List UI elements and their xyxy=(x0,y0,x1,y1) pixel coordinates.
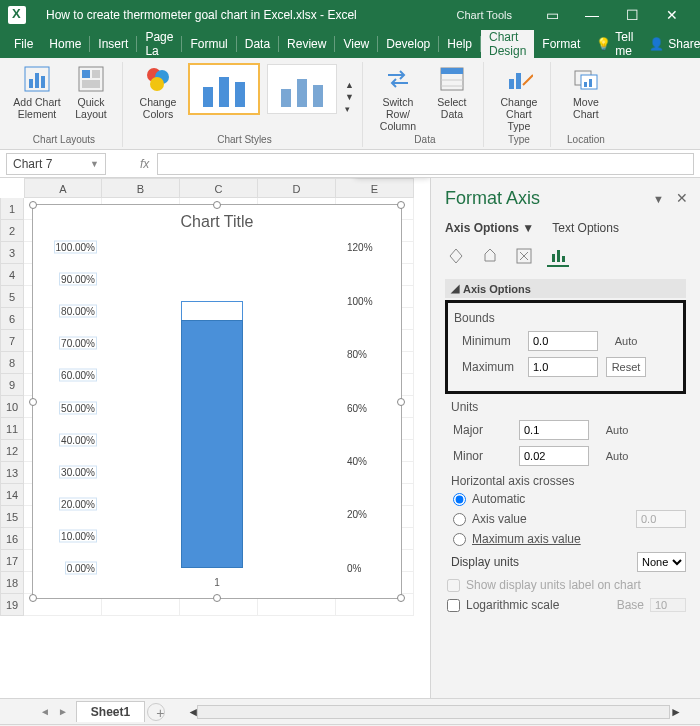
review-tab[interactable]: Review xyxy=(279,30,334,58)
change-colors-button[interactable]: Change Colors xyxy=(133,62,183,132)
formulas-tab[interactable]: Formul xyxy=(182,30,235,58)
actual-series-bar[interactable] xyxy=(181,320,243,568)
minimize-button[interactable]: — xyxy=(572,7,612,23)
help-tab[interactable]: Help xyxy=(439,30,480,58)
units-label: Units xyxy=(451,400,686,414)
tell-me[interactable]: 💡Tell me xyxy=(588,30,641,58)
ribbon: Add Chart Element Quick Layout Chart Lay… xyxy=(0,58,700,150)
row-headers[interactable]: 12345678910111213141516171819 xyxy=(0,198,24,616)
minor-auto: Auto xyxy=(597,450,637,462)
type-group: Type xyxy=(494,132,544,147)
page-layout-tab[interactable]: Page La xyxy=(137,30,181,58)
maximize-button[interactable]: ☐ xyxy=(612,7,652,23)
minor-label: Minor xyxy=(445,449,511,463)
major-input[interactable] xyxy=(519,420,589,440)
embedded-chart[interactable]: Chart Title 100.00% 90.00% 80.00% 70.00%… xyxy=(32,204,402,599)
fx-label[interactable]: fx xyxy=(132,157,157,171)
chart-type-icon xyxy=(505,65,533,93)
add-chart-element-button[interactable]: Add Chart Element xyxy=(12,62,62,132)
chart-styles-group: Chart Styles xyxy=(133,132,356,147)
close-pane-button[interactable]: ✕ xyxy=(676,190,688,206)
format-axis-pane: ✕ ▼ Format Axis Axis Options ▼ Text Opti… xyxy=(430,178,700,698)
close-button[interactable]: ✕ xyxy=(652,7,692,23)
svg-point-10 xyxy=(150,77,164,91)
title-bar: How to create thermometer goal chart in … xyxy=(0,0,700,30)
sheet-nav-prev[interactable]: ◄ xyxy=(40,706,50,717)
switch-row-column-button[interactable]: Switch Row/ Column xyxy=(373,62,423,132)
name-box[interactable]: Chart 7▼ xyxy=(6,153,106,175)
svg-rect-15 xyxy=(509,79,514,89)
primary-vertical-axis[interactable]: 100.00% 90.00% 80.00% 70.00% 60.00% 50.0… xyxy=(51,247,101,568)
horizontal-scrollbar[interactable]: ◄► xyxy=(187,705,680,719)
automatic-radio[interactable]: Automatic xyxy=(453,492,686,506)
chevron-down-icon[interactable]: ▼ xyxy=(90,159,99,169)
sheet-tab-bar: ◄ ► Sheet1 + ◄► xyxy=(0,698,700,724)
sheet-nav-next[interactable]: ► xyxy=(58,706,68,717)
format-tab[interactable]: Format xyxy=(534,30,588,58)
home-tab[interactable]: Home xyxy=(41,30,89,58)
insert-tab[interactable]: Insert xyxy=(90,30,136,58)
chart-style-2[interactable] xyxy=(267,64,337,114)
column-headers[interactable]: ABCDE xyxy=(24,178,430,198)
new-sheet-button[interactable]: + xyxy=(147,703,165,721)
data-tab[interactable]: Data xyxy=(237,30,278,58)
move-chart-button[interactable]: Move Chart xyxy=(561,62,611,132)
document-title: How to create thermometer goal chart in … xyxy=(46,8,437,22)
chart-title[interactable]: Chart Title xyxy=(33,205,401,239)
chart-element-icon xyxy=(23,65,51,93)
svg-rect-24 xyxy=(557,250,560,262)
effects-icon[interactable] xyxy=(479,245,501,267)
developer-tab[interactable]: Develop xyxy=(378,30,438,58)
axis-options-section[interactable]: ◢Axis Options xyxy=(445,279,686,298)
chart-design-tab[interactable]: Chart Design xyxy=(481,30,534,58)
view-tab[interactable]: View xyxy=(335,30,377,58)
axis-options-icon[interactable] xyxy=(547,245,569,267)
minor-input[interactable] xyxy=(519,446,589,466)
bounds-highlight: Bounds Minimum Auto Maximum Reset xyxy=(445,300,686,394)
category-axis-label[interactable]: 1 xyxy=(51,577,383,588)
file-tab[interactable]: File xyxy=(6,30,41,58)
text-options-tab[interactable]: Text Options xyxy=(552,221,619,235)
svg-rect-20 xyxy=(589,79,592,87)
major-label: Major xyxy=(445,423,511,437)
plot-area[interactable]: 100.00% 90.00% 80.00% 70.00% 60.00% 50.0… xyxy=(51,247,383,568)
size-properties-icon[interactable] xyxy=(513,245,535,267)
major-auto: Auto xyxy=(597,424,637,436)
svg-rect-7 xyxy=(82,80,100,88)
minimum-auto: Auto xyxy=(606,335,646,347)
bounds-label: Bounds xyxy=(454,311,677,325)
share-icon: 👤 xyxy=(649,37,664,51)
switch-icon xyxy=(384,65,412,93)
formula-input[interactable] xyxy=(157,153,694,175)
display-units-select[interactable]: None xyxy=(637,552,686,572)
select-data-icon xyxy=(438,65,466,93)
chart-layouts-group: Chart Layouts xyxy=(12,132,116,147)
quick-layout-button[interactable]: Quick Layout xyxy=(66,62,116,132)
axis-value-radio[interactable]: Axis value xyxy=(453,510,686,528)
maximum-input[interactable] xyxy=(528,357,598,377)
secondary-vertical-axis[interactable]: 120% 100% 80% 60% 40% 20% 0% xyxy=(343,247,383,568)
formula-bar-row: Chart 7▼ fx xyxy=(0,150,700,178)
select-data-button[interactable]: Select Data xyxy=(427,62,477,132)
chart-style-1[interactable] xyxy=(189,64,259,114)
pane-title: Format Axis xyxy=(445,188,686,209)
change-chart-type-button[interactable]: Change Chart Type xyxy=(494,62,544,132)
show-units-label-check: Show display units label on chart xyxy=(447,578,686,592)
pane-options-button[interactable]: ▼ xyxy=(653,193,664,205)
share-button[interactable]: 👤Share xyxy=(641,30,700,58)
max-axis-value-radio[interactable]: Maximum axis value xyxy=(453,532,686,546)
axis-options-tab[interactable]: Axis Options ▼ xyxy=(445,221,534,235)
collapse-icon: ◢ xyxy=(451,282,459,295)
data-group: Data xyxy=(373,132,477,147)
worksheet-grid[interactable]: Formula Bar ABCDE 1234567891011121314151… xyxy=(0,178,430,698)
axis-value-input[interactable] xyxy=(636,510,686,528)
styles-gallery-button[interactable]: ▲▼▾ xyxy=(343,62,356,132)
minimum-input[interactable] xyxy=(528,331,598,351)
svg-rect-19 xyxy=(584,82,587,87)
excel-icon xyxy=(8,6,26,24)
logarithmic-check[interactable]: Logarithmic scale Base xyxy=(447,598,686,612)
maximum-reset-button[interactable]: Reset xyxy=(606,357,646,377)
sheet-tab-sheet1[interactable]: Sheet1 xyxy=(76,701,145,722)
fill-line-icon[interactable] xyxy=(445,245,467,267)
ribbon-options-icon[interactable]: ▭ xyxy=(532,7,572,23)
